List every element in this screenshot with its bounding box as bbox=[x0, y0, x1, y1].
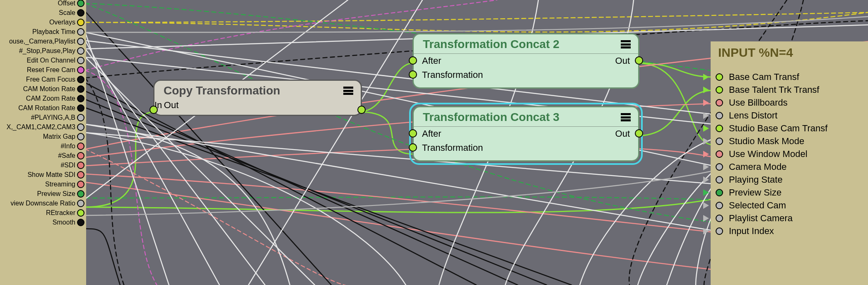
node-transformation-concat-2[interactable]: Transformation Concat 2 After Out Transf… bbox=[412, 33, 639, 89]
output-port[interactable] bbox=[77, 0, 84, 7]
left-param-row: Show Matte SDI bbox=[0, 170, 86, 179]
port-out-label: Out bbox=[615, 127, 630, 141]
output-port[interactable] bbox=[77, 219, 84, 226]
output-port[interactable] bbox=[77, 66, 84, 74]
port-label: After bbox=[422, 127, 441, 141]
output-port[interactable] bbox=[77, 142, 84, 150]
input-port[interactable] bbox=[716, 112, 723, 119]
param-label: Offset bbox=[58, 0, 75, 7]
param-label: CAM Zoom Rate bbox=[26, 95, 75, 102]
param-label: Matrix Gap bbox=[43, 133, 75, 140]
hamburger-icon[interactable] bbox=[343, 86, 353, 96]
input-port[interactable] bbox=[716, 189, 723, 196]
param-label: Playlist Camera bbox=[729, 213, 793, 223]
arrow-icon bbox=[703, 164, 709, 170]
left-param-row: #PLAYING,A,B bbox=[0, 113, 86, 122]
param-label: Lens Distort bbox=[729, 110, 777, 121]
param-label: Studio Mask Mode bbox=[729, 136, 804, 146]
port-out[interactable] bbox=[635, 56, 643, 65]
node-title: Transformation Concat 3 bbox=[423, 111, 559, 124]
output-port[interactable] bbox=[77, 171, 84, 179]
port-out[interactable] bbox=[357, 106, 366, 114]
param-label: REtracker bbox=[46, 209, 75, 216]
output-port[interactable] bbox=[77, 190, 84, 198]
output-port[interactable] bbox=[77, 57, 84, 64]
right-params-panel: INPUT %N=4 Base Cam TransfBase Talent Tr… bbox=[711, 41, 868, 285]
port-after[interactable] bbox=[409, 129, 417, 138]
output-port[interactable] bbox=[77, 19, 84, 26]
input-port[interactable] bbox=[716, 138, 723, 145]
arrow-icon bbox=[703, 228, 709, 234]
output-port[interactable] bbox=[77, 162, 84, 169]
param-label: Base Talent Trk Transf bbox=[729, 85, 819, 95]
output-port[interactable] bbox=[77, 123, 84, 131]
input-port[interactable] bbox=[716, 99, 723, 106]
port-label: After bbox=[422, 54, 441, 68]
param-label: #Info bbox=[60, 142, 75, 150]
output-port[interactable] bbox=[77, 133, 84, 140]
param-label: Free Cam Focus bbox=[26, 76, 75, 83]
input-port[interactable] bbox=[716, 163, 723, 171]
input-port[interactable] bbox=[716, 227, 723, 235]
port-in[interactable] bbox=[149, 106, 158, 114]
right-panel-title: INPUT %N=4 bbox=[711, 41, 868, 61]
right-param-row: Selected Cam bbox=[711, 199, 868, 212]
left-param-row: CAM Rotation Rate bbox=[0, 103, 86, 113]
input-port[interactable] bbox=[716, 150, 723, 158]
hamburger-icon[interactable] bbox=[621, 112, 631, 123]
arrow-icon bbox=[703, 176, 709, 183]
right-param-row: Playing State bbox=[711, 173, 868, 186]
right-param-row: Use Billboards bbox=[711, 96, 868, 109]
arrow-icon bbox=[703, 99, 709, 106]
left-params-panel: OffsetScaleOverlaysPlayback Timeouse,_Ca… bbox=[0, 0, 86, 285]
input-port[interactable] bbox=[716, 215, 723, 222]
right-param-row: Playlist Camera bbox=[711, 212, 868, 225]
output-port[interactable] bbox=[77, 38, 84, 45]
param-label: Playing State bbox=[729, 174, 783, 185]
param-label: Smooth bbox=[53, 219, 75, 226]
input-port[interactable] bbox=[716, 202, 723, 209]
output-port[interactable] bbox=[77, 104, 84, 112]
port-transformation[interactable] bbox=[409, 143, 417, 152]
left-param-row: #SDI bbox=[0, 160, 86, 170]
port-label: Transformation bbox=[422, 141, 483, 155]
param-label: Playback Time bbox=[32, 28, 75, 35]
right-param-row: Camera Mode bbox=[711, 160, 868, 173]
left-param-row: Scale bbox=[0, 8, 86, 17]
output-port[interactable] bbox=[77, 76, 84, 83]
port-out[interactable] bbox=[635, 129, 643, 138]
node-title: Transformation Concat 2 bbox=[423, 38, 559, 51]
left-param-row: Reset Free Cam bbox=[0, 65, 86, 75]
arrow-icon bbox=[703, 202, 709, 209]
output-port[interactable] bbox=[77, 95, 84, 102]
node-copy-transformation[interactable]: Copy Transformation In Out bbox=[153, 80, 362, 116]
left-param-row: Streaming bbox=[0, 179, 86, 189]
param-label: #SDI bbox=[60, 162, 75, 169]
output-port[interactable] bbox=[77, 85, 84, 93]
hamburger-icon[interactable] bbox=[621, 39, 631, 50]
input-port[interactable] bbox=[716, 125, 723, 132]
param-label: CAM Rotation Rate bbox=[18, 104, 75, 111]
output-port[interactable] bbox=[77, 47, 84, 55]
input-port[interactable] bbox=[716, 176, 723, 184]
left-param-row: ouse,_Camera,Playlist bbox=[0, 36, 86, 46]
port-after[interactable] bbox=[409, 56, 417, 65]
output-port[interactable] bbox=[77, 181, 84, 188]
output-port[interactable] bbox=[77, 114, 84, 121]
param-label: Use Billboards bbox=[729, 97, 788, 108]
output-port[interactable] bbox=[77, 28, 84, 36]
param-label: Show Matte SDI bbox=[27, 171, 75, 178]
output-port[interactable] bbox=[77, 152, 84, 159]
param-label: Camera Mode bbox=[729, 162, 786, 172]
port-label: Transformation bbox=[422, 68, 483, 82]
input-port[interactable] bbox=[716, 73, 723, 81]
output-port[interactable] bbox=[77, 9, 84, 17]
param-label: CAM Motion Rate bbox=[23, 85, 75, 92]
left-param-row: #Info bbox=[0, 141, 86, 151]
node-transformation-concat-3[interactable]: Transformation Concat 3 After Out Transf… bbox=[412, 106, 639, 162]
output-port[interactable] bbox=[77, 209, 84, 217]
left-param-row: CAM Zoom Rate bbox=[0, 94, 86, 103]
port-transformation[interactable] bbox=[409, 70, 417, 79]
input-port[interactable] bbox=[716, 86, 723, 94]
output-port[interactable] bbox=[77, 200, 84, 207]
